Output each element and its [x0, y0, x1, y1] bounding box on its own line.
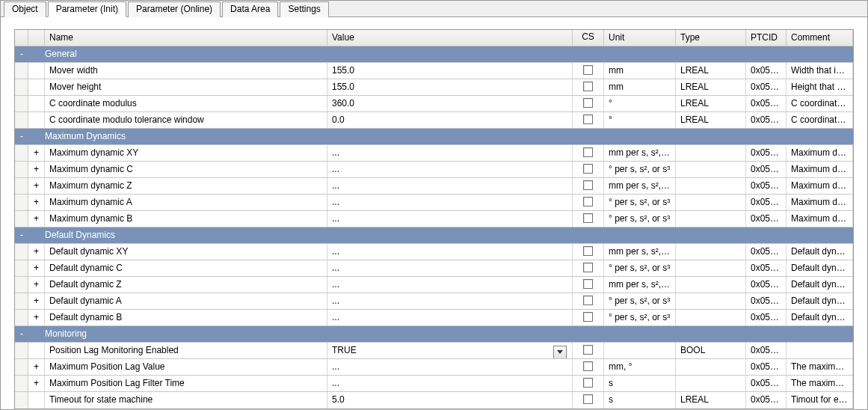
header-unit[interactable]: Unit [604, 30, 676, 46]
cell-value[interactable]: TRUE [332, 345, 357, 355]
cell-value[interactable]: ... [332, 296, 339, 306]
cell-value-wrap[interactable]: ... [327, 293, 573, 309]
cell-cs[interactable] [573, 293, 604, 309]
group-row[interactable]: -Maximum Dynamics [15, 129, 853, 145]
cell-cs[interactable] [573, 63, 604, 79]
checkbox[interactable] [583, 65, 593, 75]
expand-icon[interactable]: + [28, 244, 45, 260]
cell-value[interactable]: ... [332, 246, 339, 257]
tab-object[interactable]: Object [4, 1, 46, 17]
cell-value[interactable]: ... [332, 378, 339, 388]
cell-value[interactable]: ... [332, 263, 339, 273]
checkbox[interactable] [583, 164, 593, 174]
checkbox[interactable] [583, 312, 593, 322]
checkbox[interactable] [583, 279, 593, 289]
cell-value[interactable]: 155.0 [332, 65, 354, 76]
checkbox[interactable] [583, 246, 593, 256]
cell-cs[interactable] [573, 310, 604, 325]
cell-value[interactable]: 360.0 [332, 98, 354, 108]
cell-value-wrap[interactable]: ... [327, 195, 573, 210]
checkbox[interactable] [583, 147, 593, 157]
cell-cs[interactable] [573, 376, 604, 391]
checkbox[interactable] [583, 197, 593, 206]
header-comment[interactable]: Comment [787, 30, 853, 46]
cell-value-wrap[interactable]: ... [327, 260, 573, 276]
expand-icon[interactable]: + [28, 145, 45, 161]
expand-icon[interactable]: + [28, 359, 45, 375]
checkbox[interactable] [583, 82, 593, 91]
cell-value[interactable]: 155.0 [332, 82, 354, 92]
cell-value-wrap[interactable]: ... [327, 145, 573, 161]
cell-cs[interactable] [573, 260, 604, 276]
cell-value[interactable]: ... [332, 147, 339, 158]
group-row[interactable]: -Monitoring [15, 326, 853, 343]
checkbox[interactable] [583, 263, 593, 272]
collapse-icon[interactable]: - [15, 129, 28, 144]
header-ptcid[interactable]: PTCID [746, 30, 787, 46]
cell-cs[interactable] [573, 244, 604, 260]
cell-value-wrap[interactable]: ... [327, 162, 573, 177]
tab-data-area[interactable]: Data Area [222, 1, 278, 17]
tab-parameter-init-[interactable]: Parameter (Init) [48, 1, 126, 17]
cell-cs[interactable] [573, 79, 604, 95]
expand-icon[interactable]: + [28, 162, 45, 177]
checkbox[interactable] [583, 114, 593, 124]
header-type[interactable]: Type [676, 30, 746, 46]
cell-value[interactable]: ... [332, 279, 339, 290]
collapse-icon[interactable]: - [15, 46, 28, 62]
cell-cs[interactable] [573, 277, 604, 293]
cell-value-wrap[interactable]: ... [327, 244, 573, 260]
cell-cs[interactable] [573, 343, 604, 358]
cell-value[interactable]: ... [332, 312, 339, 322]
checkbox[interactable] [583, 378, 593, 388]
collapse-icon[interactable]: - [15, 326, 28, 342]
expand-icon[interactable]: + [28, 195, 45, 210]
tab-parameter-online-[interactable]: Parameter (Online) [128, 1, 221, 17]
cell-value-wrap[interactable]: ... [327, 211, 573, 227]
cell-value[interactable]: 0.0 [332, 114, 345, 125]
expand-icon[interactable]: + [28, 310, 45, 325]
expand-icon[interactable]: + [28, 277, 45, 293]
cell-value-wrap[interactable]: ... [327, 178, 573, 194]
checkbox[interactable] [583, 213, 593, 223]
cell-value-wrap[interactable]: ... [327, 359, 573, 375]
dropdown-button[interactable] [553, 346, 567, 358]
group-row[interactable]: -General [15, 46, 853, 63]
cell-cs[interactable] [573, 359, 604, 375]
cell-value-wrap[interactable]: ... [327, 376, 573, 391]
expand-icon[interactable]: + [28, 178, 45, 194]
cell-cs[interactable] [573, 96, 604, 111]
cell-cs[interactable] [573, 211, 604, 227]
cell-value-wrap[interactable]: ... [327, 277, 573, 293]
cell-value-wrap[interactable]: 155.0 [327, 63, 573, 79]
expand-icon[interactable]: + [28, 376, 45, 391]
expand-icon[interactable]: + [28, 260, 45, 276]
cell-cs[interactable] [573, 162, 604, 177]
checkbox[interactable] [583, 296, 593, 305]
collapse-icon[interactable]: - [15, 227, 28, 243]
group-row[interactable]: -Default Dynamics [15, 227, 853, 244]
cell-cs[interactable] [573, 145, 604, 161]
cell-value-wrap[interactable]: 0.0 [327, 112, 573, 128]
cell-value[interactable]: ... [332, 180, 339, 191]
checkbox[interactable] [583, 394, 593, 404]
header-cs[interactable]: CS [573, 30, 604, 46]
cell-cs[interactable] [573, 392, 604, 409]
checkbox[interactable] [583, 180, 593, 190]
cell-value[interactable]: 5.0 [332, 394, 345, 405]
checkbox[interactable] [583, 361, 593, 371]
cell-value[interactable]: ... [332, 213, 339, 224]
checkbox[interactable] [583, 98, 593, 108]
cell-value-wrap[interactable]: TRUE [327, 343, 573, 358]
tab-settings[interactable]: Settings [280, 1, 328, 17]
cell-value[interactable]: ... [332, 197, 339, 207]
cell-value[interactable]: ... [332, 361, 339, 372]
cell-value[interactable]: ... [332, 164, 339, 174]
cell-value-wrap[interactable]: 360.0 [327, 96, 573, 111]
cell-cs[interactable] [573, 178, 604, 194]
expand-icon[interactable]: + [28, 293, 45, 309]
cell-value-wrap[interactable]: ... [327, 310, 573, 325]
cell-value-wrap[interactable]: 5.0 [327, 392, 573, 409]
checkbox[interactable] [583, 345, 593, 355]
cell-value-wrap[interactable]: 155.0 [327, 79, 573, 95]
